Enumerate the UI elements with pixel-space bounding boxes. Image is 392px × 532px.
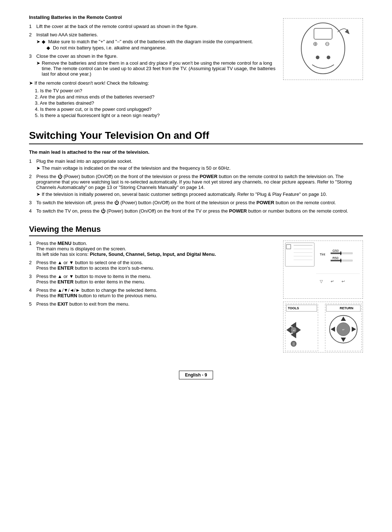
sw-4-bold: POWER	[229, 208, 247, 214]
switching-step-2: 2 Press the ⏻ (Power) button (On/Off) on…	[29, 174, 363, 197]
vm-num-5: 5	[29, 301, 33, 307]
sw-num-2: 2	[29, 174, 33, 197]
remote-svg: TOOLS RETURN ↵	[283, 302, 363, 352]
vm-num-4: 4	[29, 287, 33, 298]
vm-1-content: Press the MENU button.The main menu is d…	[36, 241, 276, 257]
battery-remote-svg: ⊕ ⊖	[287, 21, 359, 77]
sw-3-bold: POWER	[256, 200, 274, 205]
svg-marker-43	[331, 327, 335, 332]
viewing-images: Tint G50 R50 ▽ ↵ ↩	[283, 241, 363, 352]
vm-5-text: Press the EXIT button to exit from the m…	[36, 301, 130, 307]
sw-arrow-1: ➤	[36, 165, 40, 171]
step-1-text: Lift the cover at the back of the remote…	[36, 24, 197, 29]
vm-2-text: Press the ▲ or ▼ button to select one of…	[36, 260, 154, 271]
svg-point-5	[316, 56, 319, 59]
sw-arrow-2: ➤	[36, 192, 40, 197]
svg-point-0	[301, 23, 345, 74]
svg-text:⊖: ⊖	[325, 41, 330, 47]
sw-3-text: To switch the television off, press the …	[36, 200, 336, 205]
sw-4-text: To switch the TV on, press the ⏻ (Power)…	[36, 208, 348, 214]
viewing-step-4: 4 Press the ▲/▼/◄/► button to change the…	[29, 287, 276, 298]
svg-text:↵: ↵	[342, 328, 345, 331]
viewing-text: 1 Press the MENU button.The main menu is…	[29, 241, 276, 310]
batteries-step-1: 1 Lift the cover at the back of the remo…	[29, 24, 276, 29]
step-num-3: 3	[29, 53, 33, 77]
step-3-arrow-text: Remove the batteries and store them in a…	[42, 60, 276, 77]
svg-text:G50: G50	[332, 249, 339, 253]
vm-5-content: Press the EXIT button to exit from the m…	[36, 301, 276, 307]
step-2-sub1: Make sure to match the "+" and "–" ends …	[48, 39, 253, 44]
vm-1-text: Press the MENU button.The main menu is d…	[36, 241, 216, 257]
svg-marker-41	[341, 317, 346, 321]
check-item-3: 3. Are the batteries drained?	[35, 100, 276, 106]
check-item-2: 2. Are the plus and minus ends of the ba…	[35, 94, 276, 100]
sw-1-text: Plug the main lead into an appropriate s…	[36, 158, 132, 164]
vm-5-bold: EXIT	[58, 301, 68, 307]
svg-rect-18	[340, 251, 341, 255]
svg-text:Tint: Tint	[320, 253, 325, 256]
step-num-1: 1	[29, 24, 33, 29]
batteries-text: Installing Batteries in the Remote Contr…	[29, 15, 276, 119]
sw-num-1: 1	[29, 158, 33, 171]
vm-2-bold: ENTER	[58, 265, 74, 271]
check-items: 1. Is the TV power on? 2. Are the plus a…	[29, 88, 276, 118]
batteries-step-3: 3 Close the cover as shown in the figure…	[29, 53, 276, 77]
check-arrow-icon: ➤	[29, 80, 33, 86]
viewing-step-3: 3 Press the ▲ or ▼ button to move to ite…	[29, 274, 276, 285]
svg-text:TOOLS: TOOLS	[288, 306, 299, 310]
batteries-layout: Installing Batteries in the Remote Contr…	[29, 15, 363, 119]
svg-point-6	[327, 56, 330, 59]
batteries-steps: 1 Lift the cover at the back of the remo…	[29, 24, 276, 77]
batteries-title: Installing Batteries in the Remote Contr…	[29, 15, 276, 20]
check-intro-row: ➤ If the remote control doesn't work! Ch…	[29, 80, 276, 86]
sw-2-text: Press the ⏻ (Power) button (On/Off) on t…	[36, 174, 352, 190]
viewing-steps: 1 Press the MENU button.The main menu is…	[29, 241, 276, 307]
svg-text:R50: R50	[332, 256, 339, 260]
switching-steps: 1 Plug the main lead into an appropriate…	[29, 158, 363, 214]
menu-screen-image: Tint G50 R50 ▽ ↵ ↩	[283, 241, 363, 299]
sw-2-arrow: ➤ If the television is initially powered…	[36, 192, 363, 197]
vm-1-bold-icons: Picture, Sound, Channel, Setup, Input, a…	[90, 251, 216, 257]
vm-3-content: Press the ▲ or ▼ button to move to items…	[36, 274, 276, 285]
sw-3-content: To switch the television off, press the …	[36, 200, 363, 205]
vm-4-content: Press the ▲/▼/◄/► button to change the s…	[36, 287, 276, 298]
switching-title: Switching Your Television On and Off	[29, 130, 363, 144]
step-1-content: Lift the cover at the back of the remote…	[36, 24, 276, 29]
check-intro-text: If the remote control doesn't work! Chec…	[34, 80, 149, 86]
check-1-text: 1. Is the TV power on?	[35, 88, 82, 93]
svg-rect-17	[331, 253, 342, 254]
sw-2-bold: POWER	[200, 174, 217, 179]
viewing-step-5: 5 Press the EXIT button to exit from the…	[29, 301, 276, 307]
svg-text:⊕: ⊕	[313, 41, 318, 47]
svg-marker-44	[352, 327, 356, 332]
vm-3-bold: ENTER	[58, 279, 74, 285]
step-num-2: 2	[29, 32, 33, 51]
check-5-text: 5. Is there a special fluorescent light …	[35, 113, 160, 118]
menu-screen-svg: Tint G50 R50 ▽ ↵ ↩	[283, 241, 363, 299]
viewing-step-2: 2 Press the ▲ or ▼ button to select one …	[29, 260, 276, 271]
viewing-title: Viewing the Menus	[29, 225, 363, 236]
sw-2-content: Press the ⏻ (Power) button (On/Off) on t…	[36, 174, 363, 197]
vm-3-text: Press the ▲ or ▼ button to move to items…	[36, 274, 151, 285]
svg-rect-8	[286, 245, 291, 249]
switching-bold-notice: The main lead is attached to the rear of…	[29, 149, 363, 155]
step-2-content: Install two AAA size batteries. ➤ ◆ Make…	[36, 32, 276, 51]
switching-step-1: 1 Plug the main lead into an appropriate…	[29, 158, 363, 171]
switching-step-3: 3 To switch the television off, press th…	[29, 200, 363, 205]
switching-section: Switching Your Television On and Off The…	[29, 130, 363, 214]
step-2-text: Install two AAA size batteries.	[36, 32, 98, 37]
step-2-bullet2: ◆ Do not mix battery types, i.e. alkalin…	[36, 45, 276, 51]
vm-num-3: 3	[29, 274, 33, 285]
check-2-text: 2. Are the plus and minus ends of the ba…	[35, 94, 155, 100]
step-3-content: Close the cover as shown in the figure. …	[36, 53, 276, 77]
check-item-1: 1. Is the TV power on?	[35, 88, 276, 93]
sw-2-sub: If the television is initially powered o…	[42, 192, 327, 197]
check-list: ➤ If the remote control doesn't work! Ch…	[29, 80, 276, 118]
arrow-icon-2: ➤	[36, 39, 40, 44]
diamond-1: ◆	[42, 39, 45, 44]
svg-rect-7	[285, 243, 314, 266]
step-3-arrow: ➤ Remove the batteries and store them in…	[36, 60, 276, 77]
batteries-step-2: 2 Install two AAA size batteries. ➤ ◆ Ma…	[29, 32, 276, 51]
page-footer: English - 9	[29, 367, 363, 379]
arrow-icon-3: ➤	[36, 60, 40, 77]
